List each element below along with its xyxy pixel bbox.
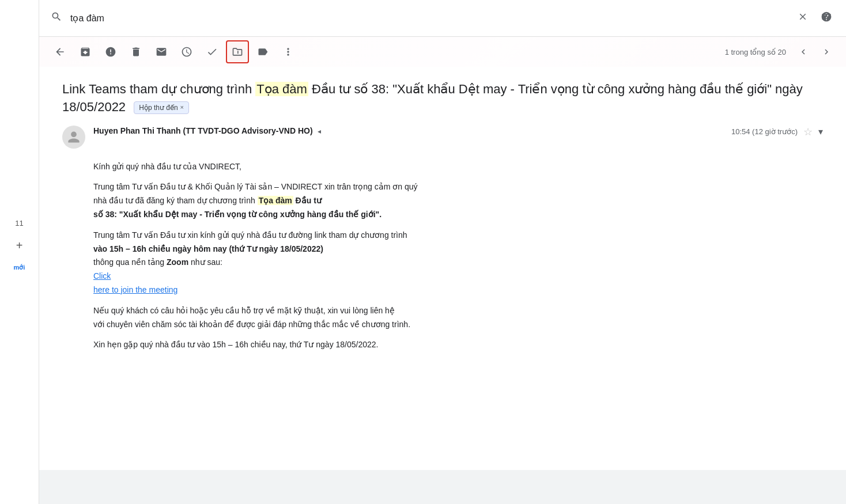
body-paragraph-1: Trung tâm Tư vấn Đầu tư & Khối Quản lý T…	[93, 180, 823, 221]
email-toolbar: 1 trong tổng số 20	[39, 37, 846, 67]
label-button[interactable]	[251, 40, 274, 63]
body-paragraph-2: Trung tâm Tư vấn Đầu tư xin kính gửi quý…	[93, 229, 823, 297]
snooze-button[interactable]	[175, 40, 198, 63]
mark-done-button[interactable]	[201, 40, 224, 63]
sidebar-count: 11	[15, 219, 23, 228]
email-body: Kính gửi quý nhà đầu tư của VNDIRECT, Tr…	[93, 160, 823, 353]
badge-text: Hộp thư đến	[139, 103, 177, 113]
move-to-button[interactable]	[226, 40, 249, 63]
zoom-link[interactable]: Click	[93, 270, 823, 283]
back-button[interactable]	[48, 40, 71, 63]
email-time: 10:54 (12 giờ trước)	[731, 127, 798, 136]
sidebar-new-label: mới	[14, 264, 25, 271]
subject-text: Link Teams tham dự chương trình Tọa đàm …	[62, 81, 823, 116]
sidebar: 11 + mới	[0, 0, 39, 504]
sender-expand-arrow[interactable]: ◂	[318, 127, 321, 135]
sender-name: Huyen Phan Thi Thanh (TT TVDT-DGO Adviso…	[93, 126, 313, 135]
mark-unread-button[interactable]	[150, 40, 173, 63]
subject-highlight: Tọa đàm	[255, 82, 308, 96]
star-button[interactable]: ☆	[803, 126, 813, 138]
email-subject: Link Teams tham dự chương trình Tọa đàm …	[62, 81, 823, 116]
search-bar: tọa đàm	[39, 0, 846, 37]
body-closing: Xin hẹn gặp quý nhà đầu tư vào 15h – 16h…	[93, 338, 823, 352]
sender-avatar	[62, 126, 85, 149]
search-clear-button[interactable]	[795, 9, 810, 27]
badge-close-button[interactable]: ×	[180, 103, 184, 112]
pagination-next-button[interactable]	[816, 41, 837, 62]
search-input[interactable]: tọa đàm	[70, 13, 787, 24]
email-content-area: Link Teams tham dự chương trình Tọa đàm …	[39, 67, 846, 470]
pagination-prev-button[interactable]	[793, 41, 814, 62]
delete-button[interactable]	[124, 40, 148, 63]
sidebar-plus-button[interactable]: +	[16, 239, 23, 252]
main-content: tọa đàm	[39, 0, 846, 504]
inbox-badge: Hộp thư đến ×	[134, 101, 189, 115]
search-icon	[51, 11, 62, 25]
subject-before: Link Teams tham dự chương trình	[62, 82, 255, 96]
more-options-button[interactable]	[277, 40, 300, 63]
help-button[interactable]	[818, 9, 834, 28]
email-meta: 10:54 (12 giờ trước) ☆ ▾	[731, 126, 823, 138]
pagination-info: 1 trong tổng số 20	[725, 48, 786, 56]
sender-info: Huyen Phan Thi Thanh (TT TVDT-DGO Adviso…	[93, 126, 723, 136]
body-highlight: Tọa đàm	[258, 196, 293, 205]
body-greeting: Kính gửi quý nhà đầu tư của VNDIRECT,	[93, 160, 823, 174]
archive-button[interactable]	[74, 40, 97, 63]
body-paragraph-3: Nếu quý khách có câu hỏi hoặc yêu cầu hỗ…	[93, 304, 823, 332]
meeting-link[interactable]: here to join the meeting	[93, 283, 823, 297]
spam-button[interactable]	[99, 40, 122, 63]
email-expand-button[interactable]: ▾	[818, 126, 823, 137]
sender-row: Huyen Phan Thi Thanh (TT TVDT-DGO Adviso…	[62, 126, 823, 149]
